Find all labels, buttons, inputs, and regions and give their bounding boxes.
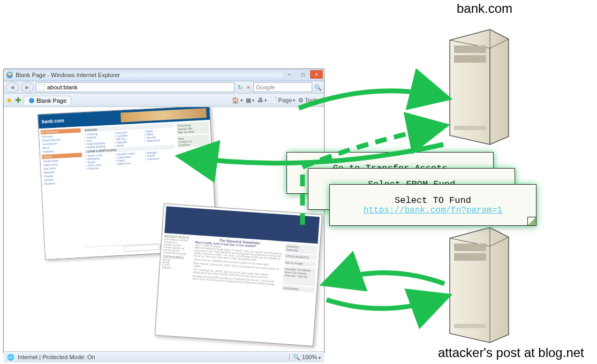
card-3-url: https://bank.com/fn?param=1 bbox=[364, 206, 502, 215]
card-3-title: Select TO Fund bbox=[395, 195, 471, 206]
attacker-label: attacker's post at blog.net bbox=[438, 345, 584, 360]
home-icon[interactable]: 🏠▾ bbox=[232, 97, 243, 104]
browser-window: Blank Page - Windows Internet Explorer −… bbox=[3, 69, 324, 353]
svg-rect-0 bbox=[454, 46, 486, 53]
forward-button[interactable]: ► bbox=[21, 82, 34, 93]
tab-icon bbox=[28, 97, 35, 104]
tools-menu[interactable]: ⚙ Tools▾ bbox=[298, 97, 322, 104]
maximize-button[interactable]: □ bbox=[297, 70, 309, 79]
stop-icon[interactable]: × bbox=[246, 84, 251, 90]
bank-label: bank.com bbox=[457, 1, 512, 16]
status-text: Internet | Protected Mode: On bbox=[18, 354, 95, 360]
bank-nav: MY ACCOUNT PersonalSmall BusinessCommerc… bbox=[39, 126, 89, 259]
add-favorites-icon[interactable]: ✚ bbox=[15, 96, 21, 104]
close-button[interactable]: × bbox=[310, 70, 323, 79]
search-go-icon[interactable]: 🔍 bbox=[314, 84, 322, 91]
svg-rect-1 bbox=[454, 55, 486, 63]
svg-rect-2 bbox=[454, 126, 486, 130]
refresh-icon[interactable]: ↻ bbox=[237, 84, 244, 91]
back-button[interactable]: ◄ bbox=[6, 82, 19, 93]
url-text: about:blank bbox=[47, 84, 78, 90]
blog-left: RECENT POSTS most talked and this should… bbox=[161, 235, 194, 285]
blog-server bbox=[444, 222, 514, 345]
svg-rect-5 bbox=[454, 324, 486, 328]
address-bar: ◄ ► about:blank ↻ × Google 🔍 bbox=[4, 81, 324, 94]
feeds-icon[interactable]: ▦▾ bbox=[246, 97, 254, 104]
tab-blank[interactable]: Blank Page bbox=[24, 96, 71, 105]
svg-rect-3 bbox=[454, 244, 486, 251]
blog-main: The Maverick Newsletter Was it really su… bbox=[192, 237, 284, 291]
content-area: bank.com MY ACCOUNT PersonalSmall Busine… bbox=[4, 107, 324, 351]
minimize-button[interactable]: − bbox=[283, 70, 296, 79]
url-field[interactable]: about:blank bbox=[36, 82, 235, 92]
svg-rect-4 bbox=[454, 253, 486, 261]
blog-page: RECENT POSTS most talked and this should… bbox=[155, 203, 323, 346]
bank-brand: bank.com bbox=[42, 118, 64, 124]
bank-server bbox=[444, 24, 514, 147]
zoom-control[interactable]: 🔍 100% ▾ bbox=[289, 354, 321, 361]
card-3: Select TO Fund https://bank.com/fn?param… bbox=[329, 184, 536, 226]
svg-rect-8 bbox=[39, 84, 45, 90]
status-bar: 🌐 Internet | Protected Mode: On 🔍 100% ▾ bbox=[4, 351, 324, 362]
page-menu[interactable]: 📄 Page▾ bbox=[270, 97, 296, 104]
tab-label: Blank Page bbox=[36, 97, 66, 104]
window-title: Blank Page - Windows Internet Explorer bbox=[16, 72, 120, 78]
tab-bar: ★ ✚ Blank Page 🏠▾ ▦▾ 🖶▾ 📄 Page▾ ⚙ Tools▾ bbox=[4, 94, 324, 107]
blog-right: UPDATESSubscribe STOCK MARKETS Ads by Go… bbox=[282, 244, 318, 294]
title-bar: Blank Page - Windows Internet Explorer −… bbox=[4, 69, 324, 81]
print-icon[interactable]: 🖶▾ bbox=[258, 97, 267, 103]
bank-search-input[interactable] bbox=[124, 244, 159, 252]
internet-icon: 🌐 bbox=[7, 354, 14, 361]
svg-point-9 bbox=[29, 98, 34, 103]
favorites-icon[interactable]: ★ bbox=[6, 96, 13, 104]
search-field[interactable]: Google bbox=[253, 82, 312, 92]
page-icon bbox=[39, 84, 45, 90]
ie-icon bbox=[6, 71, 13, 79]
